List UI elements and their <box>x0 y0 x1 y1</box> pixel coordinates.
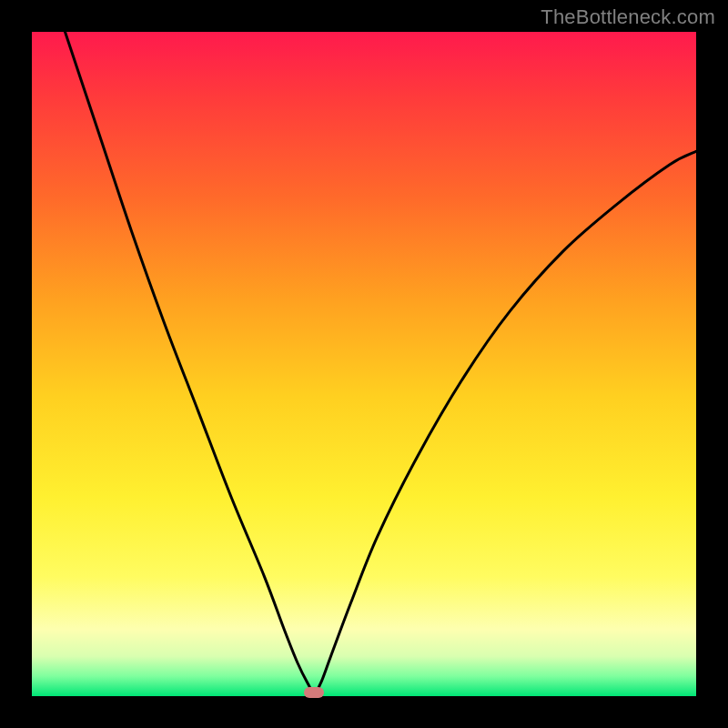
watermark-text: TheBottleneck.com <box>541 5 715 29</box>
plot-area <box>32 32 696 696</box>
bottleneck-curve <box>32 32 696 696</box>
bottleneck-minimum-marker <box>304 687 324 698</box>
chart-frame: TheBottleneck.com <box>0 0 728 728</box>
curve-path <box>66 32 697 693</box>
